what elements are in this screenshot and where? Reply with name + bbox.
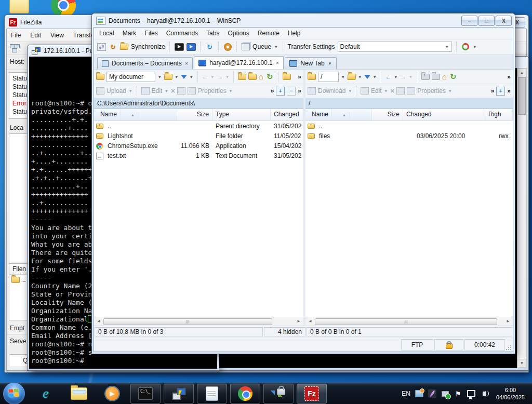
console-icon[interactable]: ▶ — [175, 43, 184, 51]
remote-horizontal-scrollbar[interactable]: ◄ ||| ► — [305, 317, 513, 326]
site-manager-icon[interactable] — [10, 44, 20, 52]
refresh-icon[interactable]: ↻ — [205, 43, 214, 51]
local-drive-combo[interactable]: My documer — [107, 72, 155, 82]
tab-session[interactable]: haryadi@172.16.100.1 × — [194, 56, 284, 69]
column-header-name[interactable]: Name▲ — [305, 109, 372, 120]
edit-button[interactable]: Edit — [152, 87, 163, 95]
winscp-menu-item[interactable]: Options — [228, 30, 249, 37]
resize-grip[interactable] — [506, 344, 512, 351]
taskbar-button-filezilla[interactable]: Fz — [297, 384, 327, 403]
delete-icon[interactable]: × — [171, 87, 175, 95]
screenshot-tray-icon[interactable] — [415, 389, 423, 398]
scrollbar-thumb[interactable]: ||| — [103, 318, 272, 325]
network-tray-icon[interactable] — [467, 389, 475, 398]
close-tab-icon[interactable]: × — [276, 60, 279, 66]
taskbar-button-ie[interactable]: e — [31, 384, 61, 403]
winscp-menu-item[interactable]: Help — [288, 30, 301, 37]
open-directory-icon[interactable] — [347, 74, 356, 80]
scroll-left-icon[interactable]: ◄ — [307, 318, 314, 325]
taskbar-clock[interactable]: 6:00 04/06/2025 — [493, 386, 528, 401]
taskbar-button-chrome[interactable] — [230, 384, 260, 403]
scroll-up-icon[interactable]: ▲ — [517, 69, 526, 77]
parent-directory-icon[interactable] — [421, 74, 430, 80]
taskbar-button-mediaplayer[interactable]: ▶ — [97, 384, 127, 403]
refresh-icon[interactable]: ↻ — [265, 72, 274, 81]
volume-tray-icon[interactable] — [480, 389, 488, 398]
new-tab-dropdown-icon[interactable]: ▾ — [328, 61, 332, 66]
winscp-maximize-button[interactable]: □ — [478, 16, 495, 26]
close-tab-icon[interactable]: × — [185, 60, 188, 66]
winscp-close-button[interactable]: X — [496, 16, 512, 26]
toolbar-overflow-icon[interactable]: » — [491, 87, 495, 95]
console-scrollbar[interactable]: ▲ ▼ — [517, 68, 527, 368]
refresh-icon[interactable]: ↻ — [449, 72, 458, 81]
scroll-down-icon[interactable]: ▼ — [517, 359, 526, 368]
home-directory-icon[interactable]: ⌂ — [259, 72, 263, 81]
forward-icon[interactable]: → — [400, 73, 406, 80]
synchronize-button[interactable]: Synchronize — [131, 43, 165, 50]
local-path-bar[interactable]: C:\Users\Administrator\Documents\ — [94, 98, 303, 109]
chevron-down-icon[interactable]: ▾ — [394, 74, 398, 79]
file-row[interactable]: ChromeSetup.exe 11.066 KB Application 15… — [94, 141, 303, 151]
chevron-down-icon[interactable]: ▾ — [175, 74, 179, 79]
queue-dropdown-icon[interactable]: ▾ — [274, 44, 278, 49]
column-header-rights[interactable]: Righ — [485, 109, 513, 120]
toolbar-overflow-icon[interactable]: » — [271, 87, 274, 95]
copy-session-icon[interactable] — [283, 74, 291, 80]
home-directory-icon[interactable]: ⌂ — [442, 72, 447, 81]
column-header-size[interactable]: Size — [177, 109, 212, 120]
edit-button[interactable]: Edit — [371, 87, 382, 95]
transfer-settings-combo[interactable]: Default ▾ — [338, 42, 452, 52]
toolbar-overflow-icon[interactable]: » — [298, 73, 301, 80]
filter-icon[interactable] — [181, 75, 187, 79]
column-header-changed[interactable]: Changed — [403, 109, 485, 120]
taskbar-button-putty[interactable] — [164, 384, 194, 403]
rename-icon[interactable] — [177, 87, 185, 95]
language-indicator[interactable]: EN — [402, 390, 410, 397]
root-directory-icon[interactable] — [248, 74, 257, 80]
filezilla-menu-item[interactable]: File — [11, 32, 21, 39]
back-icon[interactable]: ← — [202, 73, 208, 80]
chevron-down-icon[interactable]: ▾ — [373, 74, 377, 79]
transfer-mode-icon[interactable] — [462, 43, 469, 50]
open-directory-icon[interactable] — [164, 74, 172, 80]
preferences-gear-icon[interactable] — [224, 43, 232, 51]
forward-icon[interactable]: → — [217, 73, 223, 80]
winscp-menu-item[interactable]: Tabs — [206, 30, 219, 37]
column-header-type[interactable]: Type — [212, 109, 271, 120]
column-header-changed[interactable]: Changed — [271, 109, 303, 120]
filezilla-menu-item[interactable]: View — [50, 32, 64, 39]
file-row[interactable]: .. — [305, 121, 513, 131]
remove-bookmark-icon[interactable]: − — [287, 87, 296, 96]
rename-icon[interactable] — [396, 87, 405, 95]
add-bookmark-icon[interactable]: + — [496, 87, 505, 96]
root-directory-icon[interactable] — [432, 74, 440, 80]
lightshot-tray-icon[interactable] — [428, 389, 436, 398]
chevron-down-icon[interactable]: ▾ — [358, 74, 363, 79]
file-row[interactable]: files 03/06/2025 20:00 rwx — [305, 131, 513, 141]
back-icon[interactable]: ← — [385, 73, 392, 80]
winscp-titlebar[interactable]: Documents – haryadi@172.16.100.1 – WinSC… — [92, 14, 515, 28]
tab-documents[interactable]: Documents – Documents × — [97, 57, 193, 69]
winscp-minimize-button[interactable]: – — [461, 16, 477, 26]
winscp-menu-item[interactable]: Remote — [258, 30, 280, 37]
action-center-flag-icon[interactable]: ⚑ — [454, 389, 462, 398]
toolbar-overflow-icon[interactable]: » — [298, 87, 301, 95]
chevron-down-icon[interactable]: ▾ — [157, 74, 162, 79]
local-horizontal-scrollbar[interactable]: ◄ ||| ► — [94, 317, 303, 326]
taskbar-button-cmd[interactable]: C:\_ — [130, 384, 161, 403]
start-button[interactable] — [3, 383, 25, 404]
tab-new[interactable]: New Tab ▾ — [285, 57, 337, 69]
add-bookmark-icon[interactable]: + — [276, 87, 285, 96]
delete-icon[interactable]: × — [390, 87, 394, 95]
properties-button[interactable]: Properties — [198, 87, 227, 95]
winscp-menu-item[interactable]: Commands — [166, 30, 198, 37]
winscp-menu-item[interactable]: Files — [144, 30, 157, 37]
chevron-down-icon[interactable]: ▾ — [341, 74, 345, 79]
queue-button[interactable]: Queue — [252, 43, 271, 50]
taskbar-button-notepad[interactable] — [197, 384, 227, 403]
scroll-right-icon[interactable]: ► — [504, 318, 512, 325]
winscp-menu-item[interactable]: Local — [99, 30, 114, 37]
toolbar-overflow-icon[interactable]: » — [507, 87, 511, 95]
column-header-name[interactable]: Name▲ — [94, 109, 177, 120]
